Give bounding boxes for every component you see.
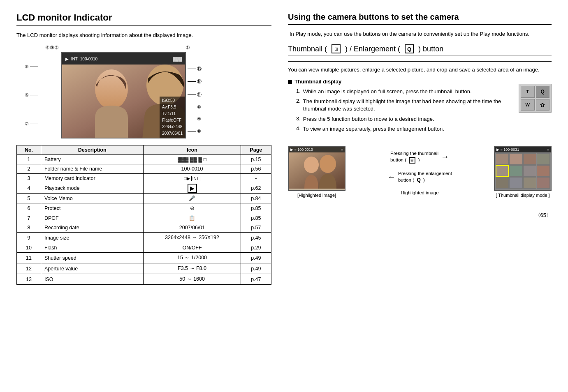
row-desc: Memory card indicator [41,174,144,183]
camera-screen-image: ▶ INT 100-0010 ▓▓▓ [61,52,186,138]
label-11: ⑪ [197,92,202,98]
step-2-text: The thumbnail display will highlight the… [303,98,512,113]
label-10: ⑩ [197,104,201,110]
thumb-6 [509,165,522,177]
label-12-row: ⑫ [188,78,202,85]
label-9-row: ⑨ [188,116,202,122]
screen1-photo [289,152,345,189]
pressing-thumbnail-row: Pressing the thumbnailbutton ( ⊞ ) → [390,150,449,164]
bullet-icon [288,80,292,84]
pressing-enlargement-close: ) [422,178,425,182]
thumb-3 [523,153,536,165]
table-row: 3 Memory card indicator □▶ INT - [17,174,271,183]
screen1-right: ≡ [341,148,343,152]
step-3-num: 3. [296,115,301,122]
camera-right-info: ISO:50 Av:F3.5 Tv:1/11 Flash:OFF 3264x24… [160,97,185,138]
thumbnail-grid [495,152,551,189]
screen2-bar: ▶ ≡ 100-0031 ≡ [495,147,551,152]
row-no: 4 [17,183,41,194]
row-page: p.57 [241,223,271,233]
size-value: 3264x2448 [162,124,183,130]
right-labels: ⑬ ⑫ ⑪ ⑩ ⑨ [188,52,202,138]
row-no: 6 [17,203,41,213]
thumb-10 [509,177,522,189]
right-title: Using the camera buttons to set the came… [288,12,552,25]
line-10 [188,107,196,107]
table-row: 11 Shutter speed 15 ～ 1/2000 p.49 [17,253,271,263]
table-row: 10 Flash ON/OFF p.29 [17,243,271,253]
subsection-thumbnail-title: Thumbnail ( ⊞ ) / Enlargement ( Q ) butt… [288,44,552,56]
thumb-btn-icon: ⊞ [409,157,415,164]
svg-point-5 [320,155,336,173]
svg-point-4 [304,157,319,173]
row-icon: ⊖ [144,203,241,213]
row-desc: Protect [41,203,144,213]
label-8: ⑧ [197,129,201,134]
col-desc: Description [41,145,144,155]
enlargement-icon: Q [405,44,414,53]
row-page: p.62 [241,183,271,194]
nav-button-graphic: T Q W ✿ [519,84,552,113]
table-row: 1 Battery ▓▓▓ ▓▓ ▓ □ p.15 [17,155,271,164]
label-13: ⑬ [197,66,202,72]
step-3: 3. Press the 5 function button to move t… [296,115,552,123]
table-row: 4 Playback mode ▶ p.62 [17,183,271,194]
label-12: ⑫ [197,78,202,85]
col-page: Page [241,145,271,155]
screen2-right: ≡ [547,148,549,152]
pressing-thumbnail-close: ) [417,157,420,162]
row-no: 5 [17,194,41,203]
thumb-11 [523,177,536,189]
label-3: ③ [50,45,54,51]
highlighted-label: Highlighted image [401,190,438,195]
row-page: p.56 [241,164,271,174]
row-page: p.84 [241,194,271,203]
subsection-title-suffix: ) button [416,45,443,53]
col-no: No. [17,145,41,155]
row-icon: ▶ [144,183,241,194]
row-icon: 100-0010 [144,164,241,174]
pressing-thumbnail-text: Pressing the thumbnailbutton ( ⊞ ) [390,150,438,164]
step-2-num: 2. [296,98,301,104]
row-no: 8 [17,223,41,233]
camera-screen-1: ▶ ≡ 100 0013 ≡ [288,146,345,191]
folder-name: 100-0010 [80,57,97,61]
row-icon: 15 ～ 1/2000 [144,253,241,263]
tv-value: Tv:1/11 [162,111,183,117]
pressing-enlargement-label: Pressing the enlargementbutton ( [398,171,452,182]
step-1: 1. While an image is displayed on full s… [296,88,512,95]
line-12 [188,81,196,82]
row-desc: Playback mode [41,183,144,194]
row-no: 7 [17,213,41,223]
row-page: p.29 [241,243,271,253]
right-intro: In Play mode, you can use the buttons on… [288,31,552,37]
subsection-title-mid: ) / Enlargement ( [343,45,402,53]
screen1-container: ▶ ≡ 100 0013 ≡ [288,146,345,198]
row-page: p.85 [241,213,271,223]
bullet-label: Thumbnail display [294,78,341,85]
row-no: 12 [17,263,41,274]
nav-top-left: T [521,86,535,98]
thumbnail-steps: 1. While an image is displayed on full s… [296,88,552,133]
row-icon: 📋 [144,213,241,223]
thumb-9 [496,177,509,189]
arrow-area: Pressing the thumbnailbutton ( ⊞ ) → ← P… [354,146,486,199]
step-4: 4. To view an image separately, press th… [296,125,552,133]
label-11-row: ⑪ [188,92,202,98]
label-4: ④ [45,45,50,51]
label-5-row: ⑤ [25,64,41,69]
left-column: LCD monitor Indicator The LCD monitor di… [16,12,271,285]
label-9: ⑨ [197,116,201,122]
pressing-enlargement-row: ← Pressing the enlargementbutton ( Q ) [387,170,452,184]
row-desc: Voice Memo [41,194,144,203]
row-desc: Battery [41,155,144,164]
arrow-left-icon: ← [387,172,396,182]
indicator-table: No. Description Icon Page 1 Battery ▓▓▓ … [16,145,271,285]
step-1-text: While an image is displayed on full scre… [303,88,472,95]
table-row: 8 Recording date 2007/06/01 p.57 [17,223,271,233]
line-13 [188,69,196,69]
camera-top-bar: ▶ INT 100-0010 ▓▓▓ [62,53,185,65]
screen1-photo-svg [289,152,345,189]
row-no: 9 [17,233,41,243]
label-2: ② [54,45,59,51]
